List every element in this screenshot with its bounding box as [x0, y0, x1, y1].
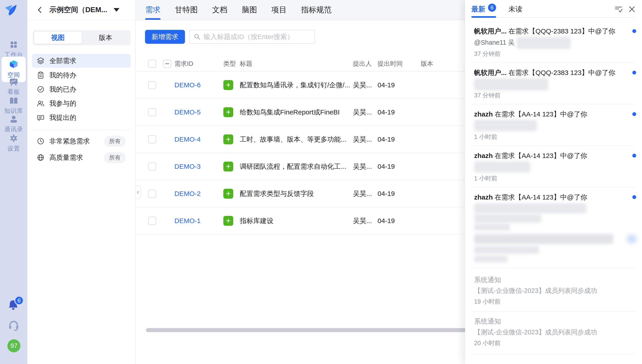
notification-text: 在需求【QQQ-2383 123】中@了你: [507, 28, 615, 35]
search-input[interactable]: [204, 33, 310, 40]
requirement-title[interactable]: 调研团队流程，配置需求自动化工...: [240, 162, 346, 171]
close-panel-button[interactable]: [628, 5, 636, 14]
tab-projects[interactable]: 项目: [272, 0, 287, 20]
requirement-title[interactable]: 配置数知鸟通讯录，集成钉钉/企微/...: [240, 80, 350, 90]
sidebar-item-all-requirements[interactable]: 全部需求: [32, 54, 131, 68]
tab-versions[interactable]: 版本: [82, 32, 129, 44]
layers-icon: [37, 57, 44, 65]
redacted-text: [474, 161, 530, 172]
row-checkbox[interactable]: [148, 162, 156, 170]
notification-item-system[interactable]: 系统通知 【测试-企业微信-2023】成员列表同步成功 19 小时前: [474, 275, 633, 309]
notification-detail: @Shane11 吴: [474, 38, 514, 47]
notification-divider: [472, 354, 636, 354]
notifications-bell-button[interactable]: 6: [7, 298, 21, 312]
sidebar-item-my-done[interactable]: 我的已办: [32, 82, 131, 96]
requirement-type-icon: +: [223, 107, 233, 117]
unread-dot: [632, 195, 636, 199]
requirement-proposer: 吴昊...: [353, 108, 372, 117]
sidebar-item-participated[interactable]: 我参与的: [32, 96, 131, 110]
support-headset-button[interactable]: [7, 319, 20, 332]
rail-item-knowledge[interactable]: 知识库: [0, 96, 28, 115]
tab-views[interactable]: 视图: [34, 32, 82, 44]
tab-documents[interactable]: 文档: [212, 0, 228, 20]
requirement-id-link[interactable]: DEMO-2: [174, 190, 201, 197]
horizontal-scrollbar[interactable]: [146, 328, 476, 332]
notification-sender: 帆软用户...: [474, 28, 507, 35]
notification-item[interactable]: 帆软用户... 在需求【QQQ-2383 123】中@了你 @Shane11 吴…: [474, 26, 633, 62]
tab-metric-spec[interactable]: 指标规范: [301, 0, 332, 20]
people-icon: [37, 100, 44, 107]
requirement-title[interactable]: 给数知鸟集成FineReport或FineBI: [240, 108, 340, 117]
mark-all-read-button[interactable]: [614, 5, 623, 14]
requirement-id-link[interactable]: DEMO-1: [174, 217, 201, 224]
tab-mindmap[interactable]: 脑图: [242, 0, 257, 20]
requirement-type-icon: +: [223, 189, 233, 198]
column-version: 版本: [421, 60, 433, 68]
requirement-proposer: 吴昊...: [353, 80, 372, 90]
row-checkbox[interactable]: [148, 135, 156, 144]
search-icon: [194, 34, 200, 40]
rail-label: 知识库: [4, 107, 23, 115]
rail-item-contacts[interactable]: 通讯录: [0, 115, 28, 133]
requirement-id-link[interactable]: DEMO-6: [174, 81, 201, 89]
header-checkbox[interactable]: [148, 60, 156, 68]
notification-time: 19 小时前: [474, 298, 501, 306]
notification-item-system[interactable]: 系统通知 【测试-企业微信-2023】成员列表同步成功 20 小时前: [474, 317, 633, 350]
tab-requirements[interactable]: 需求: [145, 0, 160, 20]
notification-item[interactable]: zhazh 在需求【AA-14 123】中@了你 1 小时前: [474, 151, 633, 187]
rail-label: 看板: [8, 88, 20, 96]
app-root: 工作台 空间 看板 知识库: [0, 0, 642, 364]
requirement-title[interactable]: 工时、故事墙、版本、等更多功能...: [240, 135, 346, 144]
app-logo-icon[interactable]: [4, 4, 18, 18]
notification-item[interactable]: 帆软用户... 在需求【QQQ-2383 123】中@了你 37 分钟前: [474, 68, 633, 104]
header-divider: [472, 17, 636, 18]
unread-dot: [632, 29, 636, 33]
requirement-id-link[interactable]: DEMO-4: [174, 136, 201, 143]
notification-sender: 帆软用户...: [474, 69, 507, 76]
requirement-proposer: 吴昊...: [353, 189, 372, 198]
requirement-title[interactable]: 配置需求类型与反馈字段: [240, 189, 314, 198]
sidebar-filter-high-quality[interactable]: 高质量需求 所有: [32, 150, 131, 164]
column-title: 标题: [240, 60, 252, 68]
rail-label: 通讯录: [4, 125, 23, 133]
requirement-search[interactable]: [189, 30, 315, 44]
space-sidebar: 示例空间（DEM... 视图 版本 全部需求 我的待办: [28, 0, 136, 364]
rail-label: 设置: [8, 144, 20, 152]
sidebar-collapse-handle[interactable]: [136, 186, 141, 199]
notification-text: 在需求【AA-14 123】中@了你: [493, 152, 587, 159]
requirement-id-link[interactable]: DEMO-5: [174, 108, 201, 116]
requirement-type-icon: +: [223, 216, 233, 226]
row-checkbox[interactable]: [148, 81, 156, 89]
new-requirement-button[interactable]: 新增需求: [145, 30, 185, 44]
clipboard-icon: [37, 71, 44, 79]
row-checkbox[interactable]: [148, 108, 156, 116]
sidebar-item-proposed-by-me[interactable]: 我提出的: [32, 111, 131, 124]
requirement-date: 04-19: [378, 163, 395, 170]
row-checkbox[interactable]: [148, 190, 156, 198]
column-type: 类型: [223, 60, 236, 68]
requirement-id-link[interactable]: DEMO-3: [174, 163, 201, 170]
app-rail: 工作台 空间 看板 知识库: [0, 0, 28, 364]
back-button[interactable]: [36, 6, 44, 14]
notification-item-redacted[interactable]: [474, 234, 633, 266]
sidebar-filter-urgent[interactable]: 非常紧急需求 所有: [32, 134, 131, 148]
row-checkbox[interactable]: [148, 217, 156, 225]
sidebar-item-label: 非常紧急需求: [50, 137, 90, 146]
select-all-checkbox[interactable]: [163, 60, 171, 68]
requirement-title[interactable]: 指标库建设: [240, 216, 274, 225]
rail-item-settings[interactable]: 设置: [0, 134, 28, 152]
tab-unread[interactable]: 未读: [508, 4, 522, 14]
tab-gantt[interactable]: 甘特图: [175, 0, 198, 20]
space-switcher-caret-icon[interactable]: [114, 8, 120, 12]
notification-item[interactable]: zhazh 在需求【AA-14 123】中@了你: [474, 192, 633, 231]
tab-latest[interactable]: 最新: [472, 4, 485, 14]
sidebar-item-my-todo[interactable]: 我的待办: [32, 68, 131, 82]
check-circle-icon: [37, 86, 44, 93]
rail-item-workbench[interactable]: 工作台: [0, 40, 28, 59]
clock-icon: [37, 137, 44, 145]
redacted-text: [474, 120, 537, 131]
notification-item[interactable]: zhazh 在需求【AA-14 123】中@了你 1 小时前: [474, 110, 633, 146]
requirement-proposer: 吴昊...: [353, 162, 372, 171]
rail-item-kanban[interactable]: 看板: [0, 78, 28, 96]
user-avatar[interactable]: 97: [8, 339, 20, 352]
